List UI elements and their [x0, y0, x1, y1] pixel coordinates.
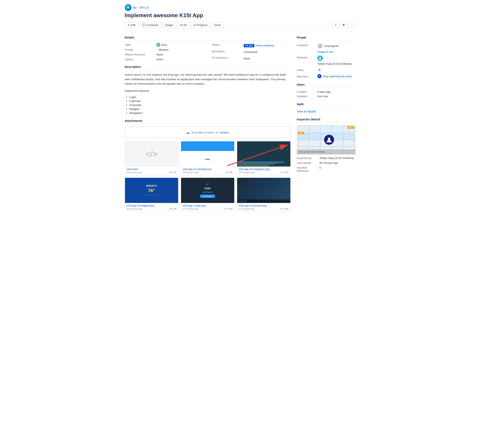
attachment-item[interactable]: WIDGETS 76° +0.51% -0.31% k15t-app-18-wi…: [125, 178, 178, 211]
attachment-name[interactable]: k15t-app-12-calendar.png: [183, 168, 233, 171]
attachment-thumb: WIDGETS 76° +0.51% -0.31%: [125, 178, 178, 203]
todo-button[interactable]: To Do: [177, 22, 190, 28]
attachment-item[interactable]: /// Channels k15t-app-9-channels.png 27 …: [237, 178, 290, 211]
inspector-title: Inspector Sketch: [297, 118, 355, 123]
assign-to-me-link[interactable]: Assign to me: [317, 50, 333, 53]
assign-button[interactable]: Assign: [162, 22, 176, 28]
attachment-time: 28 minutes ago: [127, 171, 142, 174]
attachment-name[interactable]: k15t-app-1-login.png: [183, 204, 233, 207]
watchers-value: 1 Stop watching this issue: [317, 74, 355, 78]
artboards-value: 5: [319, 166, 355, 172]
reporter-value: Tobias Haas (K15t Software): [317, 56, 355, 65]
description-features-list: Login Calendar Channels Widgets Navigati…: [125, 95, 290, 115]
list-item: Navigation: [129, 111, 290, 115]
in-progress-button[interactable]: In Progress: [191, 22, 210, 28]
updated-row: Updated: Just now: [297, 95, 355, 98]
list-item: Channels: [129, 103, 290, 107]
sketch-badge-top: $dpx: [347, 126, 354, 129]
more-button[interactable]: ···: [349, 22, 355, 28]
assignee-name: Unassigned: [324, 44, 339, 48]
status-badge: TO DO: [244, 44, 254, 47]
attachment-item[interactable]: /// K15t SOFTWARE Get Started k15t-app-1…: [181, 178, 234, 211]
issue-id-link[interactable]: DFA-25: [140, 6, 149, 9]
page-title: Implement awesome K15t App: [125, 12, 355, 19]
reporter-avatar: [317, 56, 323, 61]
assignee-label: Assignee:: [297, 43, 316, 47]
attachment-size: 324 kB: [169, 171, 176, 174]
drop-zone[interactable]: ☁ Drop files to attach, or browse.: [125, 127, 290, 138]
inspector-details: Imported by: Tobias Haas (K15t Software)…: [297, 156, 355, 172]
attachment-thumb: /// Channels: [237, 178, 290, 203]
toolbar: ✎ Edit 💬 Comment Assign To Do In Progres…: [125, 22, 355, 31]
main-layout: Details Type: S Story Priority: ↑: [125, 36, 355, 216]
comment-icon: 💬: [142, 23, 146, 27]
attachment-size: 1.21 MB: [280, 171, 289, 174]
attachment-name[interactable]: k15t-app-18-widgets.png: [127, 204, 176, 207]
view-workflow-link[interactable]: (View workflow): [255, 44, 275, 47]
imported-by-label: Imported by:: [297, 156, 318, 159]
flag-icon: ⚑: [342, 23, 345, 27]
view-on-board-link[interactable]: View on Board: [297, 110, 316, 113]
breadcrumb: dfa / DFA-25: [125, 4, 355, 11]
svg-point-2: [127, 7, 128, 7]
inspector-section: Inspector Sketch: [297, 118, 355, 172]
edit-button[interactable]: ✎ Edit: [125, 22, 138, 28]
attachment-time: 28 minutes ago: [183, 171, 198, 174]
attachment-item[interactable]: k15t-app-16-navigation.png 28 minutes ag…: [237, 141, 290, 175]
svg-point-5: [319, 57, 321, 58]
votes-row: Votes: 0: [297, 67, 355, 72]
watchers-row: Watchers: 1 Stop watching this issue: [297, 74, 355, 78]
last-update-value: 28 minutes ago: [319, 161, 355, 164]
attachment-size: 4.32 MB: [280, 208, 289, 210]
edit-icon: ✎: [127, 23, 130, 27]
reporter-row: Reporter: Tobias Haas (K15t Software): [297, 56, 355, 65]
toolbar-actions-right: ↗ ⚑ ···: [332, 22, 355, 28]
created-row: Created: 5 days ago: [297, 90, 355, 94]
list-item: Login: [129, 95, 290, 99]
watchers-label: Watchers:: [297, 75, 316, 78]
list-item: Widgets: [129, 108, 290, 111]
attachment-item[interactable]: APRIL k15t-app-12-calendar.png 28 minute…: [181, 141, 234, 175]
svg-point-3: [128, 7, 129, 7]
comment-button[interactable]: 💬 Comment: [139, 22, 161, 28]
last-update-label: Last update:: [297, 161, 318, 164]
imported-by-value: Tobias Haas (K15t Software): [319, 156, 355, 159]
attachment-item[interactable]: </> index.html 28 minutes ago 324 kB: [125, 141, 178, 175]
description-title: Description: [125, 65, 290, 70]
reporter-label: Reporter:: [297, 56, 316, 59]
share-button[interactable]: ↗: [332, 22, 339, 28]
type-value: S Story: [157, 43, 204, 46]
details-title: Details: [125, 36, 290, 41]
description-features-intro: Implement features:: [125, 89, 290, 93]
inspector-preview[interactable]: $dpx $4px NASA goes to Mars: Astronauts.…: [297, 125, 355, 154]
attachment-name[interactable]: k15t-app-9-channels.png: [239, 204, 289, 207]
done-button[interactable]: Done: [212, 22, 224, 28]
browse-link[interactable]: browse.: [220, 131, 229, 134]
more-icon: ···: [351, 23, 353, 27]
affects-value: None: [157, 53, 204, 56]
attachments-title: Attachments: [125, 119, 290, 124]
votes-badge: 0: [317, 67, 322, 72]
attachments-section: Attachments ☁ Drop files to attach, or b…: [125, 119, 290, 211]
attachment-time: 28 minutes ago: [127, 208, 142, 210]
attachments-grid: </> index.html 28 minutes ago 324 kB: [125, 141, 290, 211]
stop-watching-link[interactable]: Stop watching this issue: [323, 75, 352, 78]
priority-icon: ↑: [157, 48, 158, 51]
assignee-row: Assignee: Unassigned Assign to me: [297, 43, 355, 53]
attachment-size: 703 kB: [225, 171, 232, 174]
attachment-name[interactable]: k15t-app-16-navigation.png: [239, 168, 289, 171]
project-link[interactable]: dfa: [133, 6, 136, 9]
created-label: Created:: [297, 90, 316, 94]
attachment-thumb: </>: [125, 141, 178, 166]
fix-version-value: None: [244, 56, 290, 61]
upload-icon: ☁: [186, 130, 190, 135]
votes-value: 0: [317, 67, 355, 72]
attachment-thumb: /// K15t SOFTWARE Get Started: [181, 178, 234, 203]
list-item: Calendar: [129, 100, 290, 103]
flag-button[interactable]: ⚑: [340, 22, 347, 28]
attachment-time: 27 minutes ago: [183, 208, 198, 210]
status-value: TO DO (View workflow): [244, 43, 290, 48]
attachment-name[interactable]: index.html: [127, 168, 176, 171]
attachment-thumb: APRIL: [181, 141, 234, 166]
svg-point-4: [319, 44, 321, 46]
